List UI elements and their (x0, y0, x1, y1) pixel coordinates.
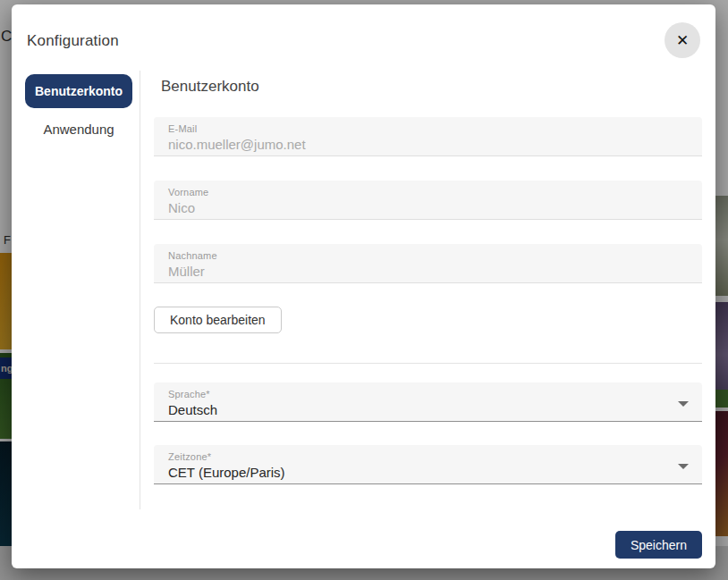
first-name-value: Nico (168, 200, 688, 215)
first-name-label: Vorname (168, 187, 688, 198)
chevron-down-icon (678, 464, 689, 469)
language-label: Sprache* (168, 389, 688, 399)
last-name-label: Nachname (168, 250, 688, 261)
first-name-field: Vorname Nico (154, 181, 702, 220)
tab-anwendung[interactable]: Anwendung (25, 112, 132, 146)
dialog-footer: Speichern (154, 531, 702, 559)
last-name-field: Nachname Müller (154, 244, 702, 283)
email-label: E-Mail (168, 123, 688, 134)
language-value: Deutsch (168, 402, 688, 417)
close-button[interactable]: ✕ (665, 22, 700, 58)
email-value: nico.mueller@jumo.net (168, 137, 688, 152)
last-name-value: Müller (168, 264, 688, 279)
timezone-select[interactable]: Zeitzone* CET (Europe/Paris) (154, 445, 702, 484)
timezone-value: CET (Europe/Paris) (168, 465, 688, 480)
dialog-content: Benutzerkonto E-Mail nico.mueller@jumo.n… (154, 74, 702, 559)
close-icon: ✕ (676, 33, 689, 48)
language-select[interactable]: Sprache* Deutsch (154, 382, 702, 422)
chevron-down-icon (678, 401, 689, 407)
dialog-title: Konfiguration (27, 32, 119, 50)
save-button[interactable]: Speichern (615, 531, 702, 559)
section-divider (154, 363, 702, 364)
section-title: Benutzerkonto (154, 78, 702, 96)
edit-account-button[interactable]: Konto bearbeiten (154, 307, 282, 333)
dialog-tabs: Benutzerkonto Anwendung (25, 74, 132, 146)
email-field: E-Mail nico.mueller@jumo.net (154, 117, 702, 156)
timezone-label: Zeitzone* (168, 451, 688, 462)
configuration-dialog: Konfiguration ✕ Benutzerkonto Anwendung … (12, 4, 715, 568)
vertical-divider (140, 71, 140, 509)
tab-benutzerkonto[interactable]: Benutzerkonto (25, 74, 132, 108)
